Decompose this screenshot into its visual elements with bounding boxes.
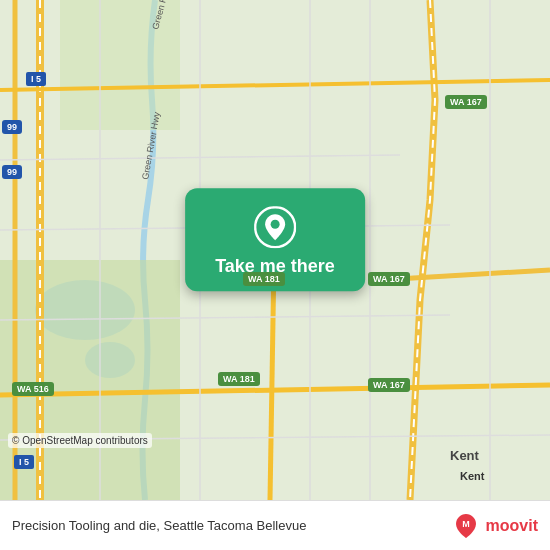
- moovit-icon: M: [452, 512, 480, 540]
- bottom-bar: Precision Tooling and die, Seattle Tacom…: [0, 500, 550, 550]
- highway-badge-wa167-3: WA 167: [368, 378, 410, 392]
- highway-badge-wa181-2: WA 181: [218, 372, 260, 386]
- highway-badge-wa516: WA 516: [12, 382, 54, 396]
- location-text: Precision Tooling and die, Seattle Tacom…: [12, 518, 452, 533]
- highway-badge-i5-1: I 5: [26, 72, 46, 86]
- highway-badge-i5-2: I 5: [14, 455, 34, 469]
- highway-badge-wa167-1: WA 167: [445, 95, 487, 109]
- location-pin-icon: [254, 206, 296, 248]
- highway-badge-99-1: 99: [2, 120, 22, 134]
- highway-badge-wa181-1: WA 181: [243, 272, 285, 286]
- svg-point-28: [270, 220, 279, 229]
- svg-text:M: M: [462, 519, 470, 529]
- osm-attribution: © OpenStreetMap contributors: [8, 433, 152, 448]
- highway-badge-wa167-2: WA 167: [368, 272, 410, 286]
- svg-text:Kent: Kent: [450, 448, 480, 463]
- moovit-logo[interactable]: M moovit: [452, 512, 538, 540]
- moovit-text: moovit: [486, 517, 538, 535]
- map-container: Green River Green River Hwy Kent Kent Ta…: [0, 0, 550, 500]
- highway-badge-99-2: 99: [2, 165, 22, 179]
- svg-text:Kent: Kent: [460, 470, 485, 482]
